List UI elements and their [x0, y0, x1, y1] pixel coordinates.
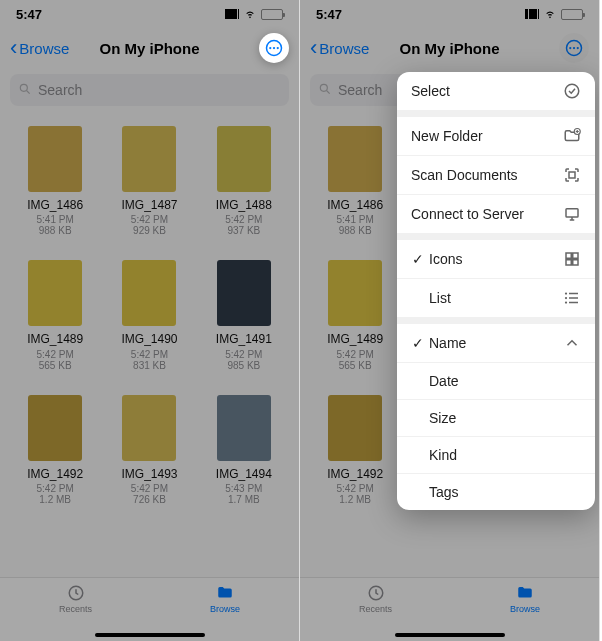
file-thumb [122, 126, 176, 192]
home-indicator [395, 633, 505, 637]
server-icon [563, 205, 581, 223]
menu-label: Size [429, 410, 456, 426]
status-icons [525, 9, 583, 20]
file-name: IMG_1492 [312, 467, 398, 481]
menu-label: Scan Documents [411, 167, 518, 183]
signal-icon [525, 9, 539, 19]
back-button[interactable]: ‹ Browse [10, 37, 69, 59]
grid-icon [563, 250, 581, 268]
search-field[interactable]: Search [10, 74, 289, 106]
menu-view-icons[interactable]: ✓Icons [397, 240, 595, 279]
menu-sort-date[interactable]: Date [397, 363, 595, 400]
file-item[interactable]: IMG_14915:42 PM985 KB [201, 260, 287, 370]
search-icon [18, 82, 32, 99]
file-time: 5:42 PM [312, 483, 398, 494]
nav-bar: ‹ Browse On My iPhone [0, 28, 299, 68]
file-item[interactable]: IMG_14865:41 PM988 KB [312, 126, 398, 236]
svg-rect-19 [573, 253, 578, 258]
file-item[interactable]: IMG_14945:43 PM1.7 MB [201, 395, 287, 505]
chevron-up-icon [563, 334, 581, 352]
file-time: 5:42 PM [106, 214, 192, 225]
file-thumb [328, 395, 382, 461]
file-size: 831 KB [106, 360, 192, 371]
file-name: IMG_1488 [201, 198, 287, 212]
menu-scan-documents[interactable]: Scan Documents [397, 156, 595, 195]
svg-point-2 [273, 47, 275, 49]
tab-browse[interactable]: Browse [210, 584, 240, 614]
file-size: 1.7 MB [201, 494, 287, 505]
menu-label: List [429, 290, 451, 306]
file-size: 988 KB [12, 225, 98, 236]
back-label: Browse [19, 40, 69, 57]
file-item[interactable]: IMG_14865:41 PM988 KB [12, 126, 98, 236]
tab-browse[interactable]: Browse [510, 584, 540, 614]
menu-sort-tags[interactable]: Tags [397, 474, 595, 510]
file-name: IMG_1487 [106, 198, 192, 212]
file-name: IMG_1489 [12, 332, 98, 346]
svg-point-4 [20, 84, 27, 91]
svg-rect-21 [573, 260, 578, 265]
svg-point-9 [573, 47, 575, 49]
file-time: 5:42 PM [12, 483, 98, 494]
menu-sort-kind[interactable]: Kind [397, 437, 595, 474]
menu-new-folder[interactable]: New Folder [397, 117, 595, 156]
file-item[interactable]: IMG_14895:42 PM565 KB [312, 260, 398, 370]
search-placeholder: Search [38, 82, 82, 98]
more-button[interactable] [259, 33, 289, 63]
file-item[interactable]: IMG_14895:42 PM565 KB [12, 260, 98, 370]
svg-point-11 [320, 84, 327, 91]
svg-line-5 [27, 90, 30, 93]
menu-view-list[interactable]: List [397, 279, 595, 318]
file-size: 1.2 MB [312, 494, 398, 505]
file-name: IMG_1492 [12, 467, 98, 481]
file-item[interactable]: IMG_14925:42 PM1.2 MB [12, 395, 98, 505]
back-button[interactable]: ‹ Browse [310, 37, 369, 59]
file-time: 5:42 PM [201, 214, 287, 225]
menu-label: Date [429, 373, 459, 389]
file-item[interactable]: IMG_14925:42 PM1.2 MB [312, 395, 398, 505]
file-thumb [328, 260, 382, 326]
list-icon [563, 289, 581, 307]
file-item[interactable]: IMG_14935:42 PM726 KB [106, 395, 192, 505]
file-item[interactable]: IMG_14885:42 PM937 KB [201, 126, 287, 236]
folder-icon [514, 584, 536, 602]
menu-label: New Folder [411, 128, 483, 144]
tab-label: Recents [59, 604, 92, 614]
menu-sort-size[interactable]: Size [397, 400, 595, 437]
status-bar: 5:47 [0, 0, 299, 28]
menu-label: Tags [429, 484, 459, 500]
file-thumb [28, 126, 82, 192]
file-name: IMG_1486 [312, 198, 398, 212]
file-thumb [28, 395, 82, 461]
file-thumb [328, 126, 382, 192]
checkmark-icon: ✓ [411, 251, 425, 267]
status-time: 5:47 [316, 7, 342, 22]
tab-bar: Recents Browse [0, 577, 299, 641]
menu-select[interactable]: Select [397, 72, 595, 111]
svg-point-10 [577, 47, 579, 49]
context-menu: Select New Folder Scan Documents Connect… [397, 72, 595, 510]
file-size: 988 KB [312, 225, 398, 236]
battery-icon [261, 9, 283, 20]
svg-rect-20 [566, 260, 571, 265]
file-size: 1.2 MB [12, 494, 98, 505]
status-icons [225, 9, 283, 20]
file-grid: IMG_14865:41 PM988 KB IMG_14875:42 PM929… [0, 116, 299, 565]
menu-sort-name[interactable]: ✓Name [397, 324, 595, 363]
file-name: IMG_1490 [106, 332, 192, 346]
file-item[interactable]: IMG_14875:42 PM929 KB [106, 126, 192, 236]
menu-connect-server[interactable]: Connect to Server [397, 195, 595, 234]
svg-point-23 [565, 297, 567, 299]
file-time: 5:41 PM [12, 214, 98, 225]
tab-recents[interactable]: Recents [59, 584, 92, 614]
file-time: 5:42 PM [12, 349, 98, 360]
wifi-icon [243, 9, 257, 19]
more-button[interactable] [559, 33, 589, 63]
file-name: IMG_1494 [201, 467, 287, 481]
file-thumb [122, 260, 176, 326]
svg-point-14 [565, 84, 579, 98]
file-item[interactable]: IMG_14905:42 PM831 KB [106, 260, 192, 370]
back-label: Browse [319, 40, 369, 57]
tab-recents[interactable]: Recents [359, 584, 392, 614]
menu-label: Select [411, 83, 450, 99]
